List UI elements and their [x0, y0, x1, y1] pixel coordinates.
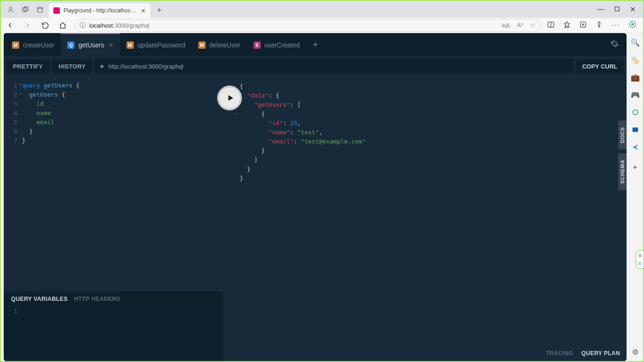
browser-essentials-icon[interactable]	[595, 21, 603, 30]
send-icon[interactable]	[631, 143, 640, 152]
favorites-icon[interactable]	[563, 21, 571, 30]
svg-point-15	[632, 110, 638, 115]
run-query-button[interactable]	[217, 86, 242, 110]
result-footer-tabs: TRACING QUERY PLAN	[223, 345, 627, 361]
tab-deleteUser[interactable]: M deleteUser	[192, 33, 247, 56]
url-text: localhost:3000/graphql	[89, 22, 150, 29]
svg-point-12	[598, 26, 600, 27]
floating-widget[interactable]: ⊗ ◎	[636, 250, 644, 269]
playground-toolbar: PRETTIFY HISTORY http://localhost:3000/g…	[4, 56, 627, 76]
tab-actions-icon[interactable]	[36, 6, 44, 14]
browser-title-bar: Playground - http://localhost:300 ✕ ＋ — …	[1, 1, 643, 18]
settings-button[interactable]	[610, 39, 619, 50]
subscription-badge-icon: S	[253, 41, 261, 49]
workspaces-icon[interactable]	[21, 6, 29, 14]
tab-createUser[interactable]: M createUser	[6, 33, 61, 56]
read-aloud-icon[interactable]: A))	[517, 22, 523, 29]
split-screen-icon[interactable]	[547, 21, 555, 30]
svg-rect-2	[24, 7, 28, 11]
window-minimize-icon[interactable]: —	[597, 5, 604, 14]
window-maximize-icon[interactable]	[615, 5, 620, 14]
tracing-tab[interactable]: TRACING	[546, 350, 573, 356]
fold-caret-icon[interactable]: ▾	[19, 92, 22, 96]
fold-caret-icon[interactable]: ▾	[234, 109, 236, 119]
endpoint-input[interactable]: http://localhost:3000/graphql	[95, 59, 573, 74]
sidebar-settings-icon[interactable]: ⚙	[631, 347, 640, 356]
browser-tab-active[interactable]: Playground - http://localhost:300 ✕	[49, 3, 150, 18]
copilot-icon[interactable]	[628, 20, 637, 30]
tab-label: userCreated	[264, 41, 300, 49]
query-plan-tab[interactable]: QUERY PLAN	[581, 350, 620, 356]
query-variables-tab[interactable]: QUERY VARIABLES	[11, 296, 68, 302]
variables-panel: QUERY VARIABLES HTTP HEADERS 1	[4, 291, 223, 361]
outlook-icon[interactable]	[631, 125, 640, 134]
playground-tabs: M createUser Q getUsers ✕ M updatePasswo…	[4, 33, 627, 56]
shopping-icon[interactable]: 🏷️	[631, 55, 640, 64]
mutation-badge-icon: M	[198, 41, 206, 49]
graphql-playground: M createUser Q getUsers ✕ M updatePasswo…	[4, 33, 627, 361]
favorite-icon[interactable]: ☆	[530, 22, 535, 29]
address-bar[interactable]: ⓘ localhost:3000/graphql aあ A)) ☆	[75, 19, 540, 32]
tab-label: getUsers	[78, 41, 104, 49]
add-sidebar-app-button[interactable]: +	[632, 163, 638, 172]
tab-label: updatePassword	[138, 41, 185, 49]
office-icon[interactable]	[631, 108, 640, 117]
tab-label: createUser	[23, 41, 54, 49]
back-button[interactable]	[5, 20, 16, 31]
close-tab-icon[interactable]: ✕	[108, 41, 114, 49]
fold-caret-icon[interactable]: ▾	[19, 82, 22, 87]
svg-point-14	[631, 23, 634, 26]
mutation-badge-icon: M	[126, 41, 134, 49]
endpoint-text: http://localhost:3000/graphql	[108, 63, 183, 70]
prettify-button[interactable]: PRETTIFY	[6, 59, 49, 74]
home-button[interactable]	[57, 20, 68, 31]
close-tab-icon[interactable]: ✕	[141, 7, 146, 14]
tab-updatePassword[interactable]: M updatePassword	[120, 33, 192, 56]
schema-panel-handle[interactable]: SCHEMA	[618, 153, 627, 190]
browser-toolbar: ⓘ localhost:3000/graphql aあ A)) ☆ ···	[1, 18, 643, 33]
tab-label: deleteUser	[209, 41, 241, 49]
refresh-button[interactable]	[40, 20, 51, 31]
translate-icon[interactable]: aあ	[502, 22, 511, 29]
svg-rect-3	[38, 7, 43, 12]
svg-rect-16	[632, 127, 638, 132]
more-menu-icon[interactable]: ···	[611, 21, 620, 29]
mutation-badge-icon: M	[12, 41, 19, 49]
tools-icon[interactable]: 💼	[631, 73, 640, 82]
query-editor[interactable]: 1234567 query getUsers { getUsers { id n…	[4, 76, 223, 291]
profile-icon[interactable]	[6, 6, 15, 14]
svg-rect-5	[615, 7, 619, 11]
query-badge-icon: Q	[67, 41, 75, 49]
tab-userCreated[interactable]: S userCreated	[247, 33, 306, 56]
search-icon[interactable]: 🔍	[631, 38, 640, 47]
add-tab-button[interactable]: +	[306, 40, 325, 50]
browser-tab-title: Playground - http://localhost:300	[63, 7, 137, 14]
site-info-icon[interactable]: ⓘ	[80, 21, 86, 29]
collections-icon[interactable]	[579, 21, 587, 30]
http-headers-tab[interactable]: HTTP HEADERS	[74, 296, 121, 302]
history-button[interactable]: HISTORY	[52, 59, 92, 74]
new-tab-button[interactable]: ＋	[155, 4, 163, 15]
window-close-icon[interactable]: ✕	[630, 5, 636, 14]
edge-sidebar: 🔍 🏷️ 💼 🎮 + ⚙	[627, 33, 643, 361]
svg-rect-1	[23, 8, 27, 12]
status-dot-icon	[100, 65, 104, 68]
docs-panel-handle[interactable]: DOCS	[618, 121, 627, 149]
result-pane[interactable]: ▾{ ▾ "data": { ▾ "getUsers": [ ▾ { "id":…	[223, 76, 627, 345]
favicon-icon	[53, 7, 60, 14]
copy-curl-button[interactable]: COPY CURL	[576, 59, 624, 74]
tab-getUsers[interactable]: Q getUsers ✕	[61, 33, 120, 56]
variables-editor[interactable]: 1	[4, 304, 223, 315]
forward-button[interactable]	[22, 20, 33, 31]
svg-point-0	[9, 7, 12, 9]
query-code-area[interactable]: query getUsers { getUsers { id name emai…	[22, 81, 80, 145]
games-icon[interactable]: 🎮	[631, 90, 640, 99]
line-numbers: 1	[14, 308, 20, 315]
